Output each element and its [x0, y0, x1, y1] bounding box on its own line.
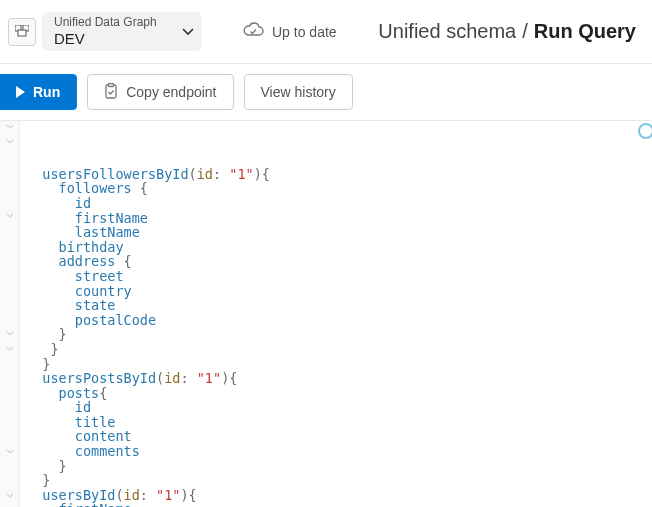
editor: usersFollowersById(id: "1"){ followers {… [0, 121, 652, 507]
code-line: firstName [26, 211, 652, 226]
action-bar: Run Copy endpoint View history [0, 64, 652, 121]
fold-icon [6, 182, 14, 190]
fold-icon [6, 374, 14, 382]
chevron-down-icon [182, 22, 194, 40]
run-button-label: Run [33, 84, 60, 100]
code-line: usersPostsById(id: "1"){ [26, 371, 652, 386]
code-line: } [26, 342, 652, 357]
code-line: id [26, 196, 652, 211]
sync-status-text: Up to date [272, 24, 337, 40]
code-line: } [26, 327, 652, 342]
fold-icon[interactable] [6, 138, 14, 146]
code-line: firstName [26, 502, 652, 507]
fold-icon [6, 404, 14, 412]
hint-bubble-icon[interactable] [638, 123, 652, 139]
fold-icon [6, 300, 14, 308]
fold-icon [6, 463, 14, 471]
project-title: Unified Data Graph [54, 16, 157, 30]
fold-icon [6, 315, 14, 323]
fold-icon[interactable] [6, 123, 14, 131]
top-bar: Unified Data Graph DEV Up to date Unifie… [0, 0, 652, 64]
view-history-button[interactable]: View history [244, 74, 353, 110]
fold-icon [6, 227, 14, 235]
code-line: } [26, 357, 652, 372]
fold-icon [6, 241, 14, 249]
code-line: id [26, 400, 652, 415]
fold-icon [6, 477, 14, 485]
code-line: usersById(id: "1"){ [26, 488, 652, 503]
breadcrumb-current: Run Query [534, 20, 636, 43]
fold-icon[interactable] [6, 492, 14, 500]
code-line: usersFollowersById(id: "1"){ [26, 167, 652, 182]
code-line: } [26, 459, 652, 474]
fold-icon [6, 389, 14, 397]
editor-gutter [0, 121, 20, 507]
fold-icon [6, 271, 14, 279]
fold-icon [6, 168, 14, 176]
code-line: title [26, 415, 652, 430]
fold-icon[interactable] [6, 345, 14, 353]
fold-icon [6, 418, 14, 426]
code-line: comments [26, 444, 652, 459]
play-icon [16, 86, 25, 98]
code-line: } [26, 473, 652, 488]
copy-endpoint-button[interactable]: Copy endpoint [87, 74, 233, 110]
breadcrumb-parent[interactable]: Unified schema [378, 20, 516, 43]
fold-icon [6, 360, 14, 368]
copy-endpoint-label: Copy endpoint [126, 84, 216, 100]
code-line: state [26, 298, 652, 313]
breadcrumb: Unified schema / Run Query [378, 20, 644, 43]
sync-status: Up to date [242, 22, 337, 41]
run-button[interactable]: Run [0, 74, 77, 110]
code-line: street [26, 269, 652, 284]
fold-icon[interactable] [6, 448, 14, 456]
breadcrumb-sep: / [522, 20, 528, 43]
code-line: lastName [26, 225, 652, 240]
fold-icon [6, 153, 14, 161]
project-env: DEV [54, 30, 157, 47]
fold-icon[interactable] [6, 330, 14, 338]
code-line: postalCode [26, 313, 652, 328]
view-history-label: View history [261, 84, 336, 100]
fold-icon [6, 256, 14, 264]
fold-icon[interactable] [6, 212, 14, 220]
clipboard-icon [104, 83, 118, 102]
cloud-check-icon [242, 22, 264, 41]
code-line: address { [26, 254, 652, 269]
fold-icon [6, 433, 14, 441]
code-line: followers { [26, 181, 652, 196]
code-line: birthday [26, 240, 652, 255]
project-selector[interactable]: Unified Data Graph DEV [42, 12, 202, 51]
fold-icon [6, 286, 14, 294]
svg-rect-4 [109, 83, 114, 86]
code-line: content [26, 429, 652, 444]
code-area[interactable]: usersFollowersById(id: "1"){ followers {… [20, 121, 652, 507]
svg-rect-2 [18, 30, 26, 36]
code-line: country [26, 284, 652, 299]
fold-icon [6, 197, 14, 205]
code-line: posts{ [26, 386, 652, 401]
app-switcher-icon[interactable] [8, 18, 36, 46]
